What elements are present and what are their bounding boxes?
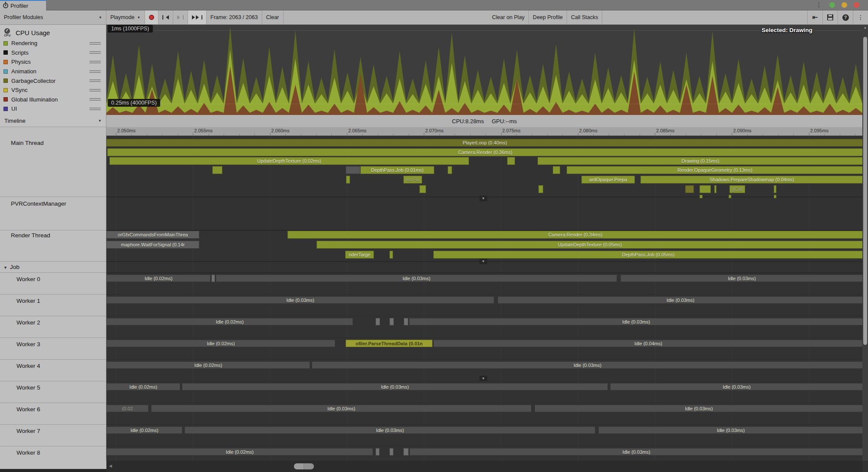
timeline-sample-span[interactable]: nderTarge bbox=[345, 251, 374, 259]
timeline-view-dropdown[interactable]: Timeline ▼ bbox=[0, 115, 106, 127]
timeline-sample-span[interactable]: ardOpaque.Prepa bbox=[581, 176, 635, 184]
thread-label-worker-7[interactable]: Worker 7 bbox=[17, 428, 40, 434]
thread-label-worker-1[interactable]: Worker 1 bbox=[17, 298, 40, 304]
timeline-sample-span[interactable] bbox=[700, 185, 711, 193]
legend-drag-handle[interactable] bbox=[89, 41, 101, 46]
idle-span[interactable]: Idle (0.02ms) bbox=[106, 340, 335, 347]
timeline-sample-span[interactable]: DepthPass.Job (0.01ms) bbox=[360, 166, 434, 174]
idle-span[interactable]: Idle (0.04ms) bbox=[433, 340, 862, 347]
timeline-sample-span[interactable] bbox=[553, 166, 560, 174]
timeline-sample-span[interactable]: gCall bbox=[729, 185, 745, 193]
first-frame-button[interactable] bbox=[158, 10, 173, 24]
toolbar-kebab-button[interactable]: ⋮ bbox=[853, 10, 868, 24]
timeline-sample-span[interactable]: maphore.WaitForSignal (0.14r bbox=[106, 241, 199, 249]
idle-span[interactable]: Idle (0.03ms) bbox=[409, 318, 862, 325]
timeline-sample-span[interactable] bbox=[774, 195, 776, 198]
thread-label-worker-0[interactable]: Worker 0 bbox=[17, 276, 40, 282]
timeline-sample-span[interactable] bbox=[448, 166, 452, 174]
thread-label-worker-2[interactable]: Worker 2 bbox=[17, 319, 40, 326]
collapsed-samples-marker[interactable]: ▼ bbox=[479, 376, 487, 381]
legend-item-scripts[interactable]: Scripts bbox=[0, 48, 106, 58]
timeline-sample-span[interactable] bbox=[346, 166, 360, 174]
thread-label-worker-8[interactable]: Worker 8 bbox=[17, 449, 40, 456]
load-profile-button[interactable]: ⇤ bbox=[807, 10, 822, 24]
timeline-sample-span[interactable] bbox=[346, 176, 350, 184]
legend-drag-handle[interactable] bbox=[89, 69, 101, 74]
horizontal-scrollbar-thumb[interactable] bbox=[294, 463, 314, 469]
timeline-sample-span[interactable] bbox=[389, 251, 393, 259]
timeline-sample-span[interactable] bbox=[538, 185, 543, 193]
idle-span[interactable]: Idle (0.02ms) bbox=[106, 361, 310, 369]
timeline-sample-span[interactable] bbox=[700, 195, 703, 198]
idle-span[interactable]: Idle (0.02ms) bbox=[106, 383, 180, 390]
titlebar-kebab-icon[interactable]: ⋮ bbox=[816, 2, 822, 8]
span-divider[interactable] bbox=[211, 275, 215, 282]
idle-span[interactable]: Idle (0.03ms) bbox=[312, 361, 862, 369]
idle-span[interactable]: Idle (0.03ms) bbox=[498, 296, 862, 304]
timeline-sample-span[interactable]: UpdateDepthTexture (0.05ms) bbox=[317, 241, 862, 249]
scroll-left-icon[interactable]: ◀ bbox=[109, 464, 112, 468]
idle-span[interactable]: Idle (0.03ms) bbox=[535, 405, 862, 412]
thread-label-worker-6[interactable]: Worker 6 bbox=[17, 406, 40, 413]
timeline-sample-span[interactable]: Render.OpaqueGeometry (0.13ms) bbox=[567, 166, 862, 174]
timeline-sample-span[interactable] bbox=[774, 185, 776, 193]
timeline-sample-span[interactable] bbox=[729, 195, 731, 198]
legend-item-garbagecollector[interactable]: GarbageCollector bbox=[0, 76, 106, 85]
span-divider[interactable] bbox=[376, 318, 380, 325]
legend-drag-handle[interactable] bbox=[89, 79, 101, 83]
thread-label-main-thread[interactable]: Main Thread bbox=[11, 140, 44, 146]
span-divider[interactable] bbox=[389, 318, 394, 325]
timeline-sample-span[interactable]: Camera.Render (0.36ms) bbox=[107, 148, 862, 156]
thread-label-worker-4[interactable]: Worker 4 bbox=[17, 363, 40, 369]
idle-span[interactable]: Idle (0.03ms) bbox=[409, 448, 862, 456]
vertical-scrollbar[interactable]: ▲ bbox=[862, 25, 868, 461]
next-frame-button[interactable] bbox=[173, 10, 188, 24]
collapsed-samples-marker[interactable]: ▼ bbox=[479, 259, 487, 264]
timeline-sample-span[interactable]: orGfxCommandsFromMainThrea bbox=[106, 231, 199, 239]
profiler-modules-dropdown[interactable]: Profiler Modules ▼ bbox=[0, 10, 106, 24]
foldout-arrow-icon[interactable]: ▼ bbox=[3, 266, 7, 270]
horizontal-scrollbar[interactable]: ◀ bbox=[106, 461, 862, 472]
help-button[interactable]: ? bbox=[838, 10, 853, 24]
timeline-sample-span[interactable] bbox=[714, 185, 716, 193]
call-stacks-toggle[interactable]: Call Stacks bbox=[567, 10, 603, 24]
deep-profile-toggle[interactable]: Deep Profile bbox=[529, 10, 567, 24]
legend-item-vsync[interactable]: VSync bbox=[0, 85, 106, 95]
idle-span[interactable]: Idle (0.02ms) bbox=[106, 318, 353, 325]
timeline-sample-span[interactable] bbox=[507, 157, 515, 165]
thread-label-pvrcontextmanager[interactable]: PVRContextManager bbox=[11, 200, 66, 207]
timeline-sample-span[interactable]: Shadows.PrepareShadowmap (0.04ms) bbox=[640, 176, 862, 184]
legend-item-physics[interactable]: Physics bbox=[0, 57, 106, 67]
legend-item-ui[interactable]: UI bbox=[0, 104, 106, 114]
clear-button[interactable]: Clear bbox=[262, 10, 284, 24]
collapsed-samples-marker[interactable]: ▼ bbox=[479, 196, 487, 201]
legend-item-global-illumination[interactable]: Global Illumination bbox=[0, 95, 106, 105]
save-profile-button[interactable] bbox=[822, 10, 838, 24]
time-ruler[interactable]: 2.050ms2.055ms2.060ms2.065ms2.070ms2.075… bbox=[106, 127, 862, 136]
thread-label-render-thread[interactable]: Render Thread bbox=[11, 232, 50, 239]
idle-span[interactable]: Idle (0.03ms) bbox=[620, 275, 862, 282]
span-divider[interactable] bbox=[403, 448, 409, 456]
legend-drag-handle[interactable] bbox=[89, 107, 101, 111]
idle-span[interactable]: Idle (0.02ms) bbox=[106, 426, 182, 434]
span-divider[interactable] bbox=[389, 448, 393, 456]
window-close-button[interactable] bbox=[854, 2, 859, 8]
timeline-sample-span[interactable]: Drawing (0.15ms) bbox=[538, 157, 862, 165]
legend-item-animation[interactable]: Animation bbox=[0, 67, 106, 76]
idle-span[interactable]: Idle (0.03ms) bbox=[216, 275, 617, 282]
thread-label-job[interactable]: ▼Job bbox=[3, 264, 20, 270]
idle-span[interactable]: Idle (0.03ms) bbox=[610, 383, 862, 390]
span-divider[interactable] bbox=[376, 448, 380, 456]
idle-span[interactable]: Idle (0.03ms) bbox=[182, 383, 608, 390]
idle-span[interactable]: Idle (0.02ms) bbox=[106, 448, 373, 456]
playmode-dropdown[interactable]: Playmode ▼ bbox=[106, 10, 145, 24]
idle-span[interactable]: Idle (0.03ms) bbox=[598, 426, 862, 434]
record-button[interactable] bbox=[145, 10, 158, 24]
window-maximize-button[interactable] bbox=[842, 2, 847, 8]
timeline-sample-span[interactable]: PlayerLoop (0.40ms) bbox=[106, 139, 862, 147]
idle-span[interactable]: Idle (0.03ms) bbox=[185, 426, 595, 434]
idle-span[interactable]: Idle (0.02ms) bbox=[106, 275, 211, 282]
timeline-sample-span[interactable] bbox=[212, 166, 222, 174]
last-frame-button[interactable] bbox=[188, 10, 207, 24]
cpu-usage-chart[interactable]: 1ms (1000FPS) 0.25ms (4000FPS) Selected:… bbox=[106, 25, 862, 115]
